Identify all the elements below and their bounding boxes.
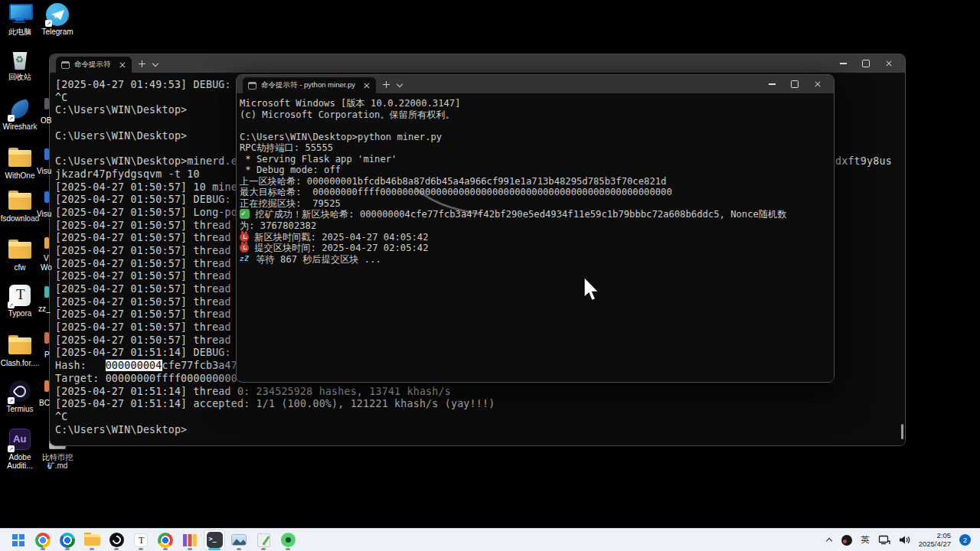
desktop-icon-audition[interactable]: Adobe Auditi... xyxy=(0,429,40,470)
folder-icon xyxy=(8,242,32,262)
scrollbar-thumb[interactable] xyxy=(901,424,903,439)
partial-icon xyxy=(44,237,49,249)
running-indicator xyxy=(163,548,168,550)
terminal-line: [2025-04-27 01:51:14] thread 0: 23452592… xyxy=(55,386,905,399)
titlebar[interactable]: 命令提示符 - python miner.py xyxy=(237,75,834,93)
terminal-line: 正在挖掘区块: 79525 xyxy=(240,198,834,210)
running-indicator xyxy=(114,548,119,550)
partial-icon xyxy=(44,380,49,392)
taskbar-button-photos[interactable] xyxy=(228,530,250,550)
running-indicator xyxy=(237,548,241,550)
taskbar-button-chrome-dev[interactable] xyxy=(155,530,176,550)
new-tab-button[interactable] xyxy=(381,79,393,91)
close-button[interactable] xyxy=(806,75,829,93)
running-indicator xyxy=(90,548,94,550)
winrar-icon xyxy=(182,534,198,546)
desktop-icon-label: Adobe Auditi... xyxy=(0,453,40,470)
terminal-icon xyxy=(207,532,223,548)
terminal-tab[interactable]: 命令提示符 - python miner.py xyxy=(243,77,376,93)
notepad-icon xyxy=(257,533,270,547)
photos-icon xyxy=(231,534,247,546)
running-indicator xyxy=(261,548,266,550)
desktop-icon-folder[interactable]: fsdownload xyxy=(0,190,40,223)
new-tab-button[interactable] xyxy=(136,58,149,70)
desktop-icon-folder[interactable]: WithOne xyxy=(0,147,40,180)
tab-title: 命令提示符 xyxy=(74,60,111,70)
partial-icon xyxy=(44,191,49,203)
desktop-icon-recycle[interactable]: 回收站 xyxy=(0,48,40,81)
desktop-icon-label: WithOne xyxy=(0,171,40,180)
ime-indicator[interactable]: 英 xyxy=(861,534,870,546)
tray-app-icon[interactable] xyxy=(841,535,852,546)
running-indicator xyxy=(286,548,290,550)
taskbar-button-file-explorer[interactable] xyxy=(81,530,103,550)
alarm-icon xyxy=(240,243,249,253)
desktop-icon-folder[interactable]: Clash.for.... xyxy=(0,334,40,367)
desktop-icon-pc[interactable]: 此电脑 xyxy=(0,3,40,36)
terminal-tab[interactable]: 命令提示符 xyxy=(56,57,132,73)
typora-icon xyxy=(134,533,148,547)
desktop-icon-label: 回收站 xyxy=(0,73,40,81)
minimize-button[interactable] xyxy=(831,54,854,73)
shortcut-arrow-icon xyxy=(8,397,15,404)
maximize-button[interactable] xyxy=(783,75,806,93)
partial-icon-label: BC xyxy=(39,399,50,407)
desktop-icon-label: 比特币挖矿.md xyxy=(38,453,77,470)
tab-close-icon[interactable] xyxy=(119,61,126,69)
system-tray: 英 2:05 2025/4/27 2 xyxy=(825,532,971,548)
desktop-icon-typora[interactable]: Typora xyxy=(0,285,40,318)
chrome-dev-icon xyxy=(158,533,173,548)
running-indicator xyxy=(41,548,45,550)
terminal-line: C:\Users\WIN\Desktop> xyxy=(55,424,905,437)
terminal-line: 最大目标哈希: 00000000ffff00000000000000000000… xyxy=(240,187,834,198)
taskbar-button-winrar[interactable] xyxy=(179,530,201,550)
terminal-output[interactable]: Microsoft Windows [版本 10.0.22000.3147](c… xyxy=(237,93,834,382)
clock-date: 2025/4/27 xyxy=(919,540,951,549)
desktop-icon-telegram[interactable]: Telegram xyxy=(38,3,77,36)
desktop-icon-label: fsdownload xyxy=(0,214,40,223)
running-indicator xyxy=(188,548,192,550)
taskbar-button-windows-start[interactable] xyxy=(8,530,29,550)
taskbar-app-icons xyxy=(8,530,299,550)
maximize-button[interactable] xyxy=(854,54,877,73)
terminal-line: [2025-04-27 01:51:14] accepted: 1/1 (100… xyxy=(55,398,905,411)
cmd-icon xyxy=(248,82,256,90)
notification-badge[interactable]: 2 xyxy=(959,534,971,546)
partial-icon-label: Visu xyxy=(37,167,51,175)
desktop-icon-termius[interactable]: Termius xyxy=(0,380,40,413)
terminal-line: RPC劫持端口: 55555 xyxy=(240,142,834,154)
volume-icon[interactable] xyxy=(899,535,910,545)
clock[interactable]: 2:05 2025/4/27 xyxy=(919,532,951,548)
desktop-icon-folder[interactable]: cfw xyxy=(0,239,40,272)
tray-chevron-icon[interactable] xyxy=(825,536,833,544)
terminal-line: (c) Microsoft Corporation。保留所有权利。 xyxy=(240,109,834,121)
taskbar-button-terminal[interactable] xyxy=(204,530,225,550)
terminal-line: 等待 867 秒后提交区块 ... xyxy=(240,254,834,266)
alarm-icon xyxy=(240,233,249,242)
minimize-button[interactable] xyxy=(760,75,783,93)
terminal-line: 新区块时间戳: 2025-04-27 04:05:42 xyxy=(240,232,834,243)
taskbar-button-typora[interactable] xyxy=(130,530,152,550)
terminal-line: C:\Users\WIN\Desktop>python miner.py xyxy=(240,132,834,143)
network-icon[interactable] xyxy=(878,535,890,545)
desktop-icon-wireshark[interactable]: Wireshark xyxy=(0,98,40,131)
taskbar-button-obs[interactable] xyxy=(106,530,127,550)
green-app-icon xyxy=(281,533,296,547)
taskbar-button-chrome[interactable] xyxy=(32,530,54,550)
windows-start-icon xyxy=(12,534,24,546)
terminal-line: * Serving Flask app 'miner' xyxy=(240,154,834,165)
taskbar-button-chrome-blue[interactable] xyxy=(57,530,78,550)
terminal-line: Microsoft Windows [版本 10.0.22000.3147] xyxy=(240,98,834,109)
shortcut-arrow-icon xyxy=(8,302,15,308)
tab-dropdown-button[interactable] xyxy=(150,58,161,70)
tab-dropdown-button[interactable] xyxy=(394,79,405,91)
partial-icon-label: P xyxy=(44,350,50,359)
titlebar[interactable]: 命令提示符 xyxy=(50,54,905,73)
shortcut-arrow-icon xyxy=(45,20,52,27)
tab-close-icon[interactable] xyxy=(363,82,371,90)
taskbar-button-green-app[interactable] xyxy=(277,530,299,550)
close-button[interactable] xyxy=(877,54,900,73)
wrapped-text-fragment: dxft9y8us xyxy=(835,155,892,168)
taskbar-button-notepad[interactable] xyxy=(253,530,274,550)
chrome-icon xyxy=(35,533,51,548)
